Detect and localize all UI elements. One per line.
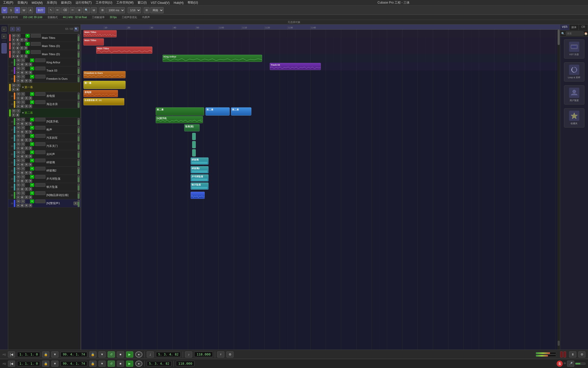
mute-btn[interactable]: M	[16, 59, 20, 62]
folder-arrow[interactable]: ▼	[21, 86, 24, 89]
mute-btn[interactable]: M	[16, 92, 20, 96]
record-btn[interactable]: R	[30, 151, 34, 154]
insert-btn[interactable]: ◐	[20, 179, 24, 183]
solo-btn[interactable]: S	[8, 7, 14, 13]
ch-btn[interactable]: ⊕	[24, 63, 28, 66]
ch-btn[interactable]: ⊕	[24, 163, 28, 166]
ch-btn[interactable]: ⊕	[24, 79, 28, 83]
clip-folder2-3[interactable]: 第二幕	[231, 107, 251, 116]
send-btn[interactable]: ⊞	[29, 96, 32, 100]
volume-fader[interactable]	[78, 200, 80, 207]
bottom-cycle[interactable]: ↺	[108, 361, 115, 367]
clip-broken-glass2[interactable]: 碎玻璃2	[191, 166, 209, 173]
scrollbar-thumb-2[interactable]	[558, 341, 560, 346]
clip-small-2[interactable]	[192, 141, 196, 148]
mute-btn[interactable]: M	[16, 200, 20, 203]
lock-btn2[interactable]: 🔒	[89, 351, 96, 358]
snap-select[interactable]: 1000 ms	[106, 7, 125, 13]
mute-btn[interactable]: M	[16, 134, 20, 138]
solo-btn[interactable]: S	[21, 134, 25, 138]
menu-item-project[interactable]: 工程(P)	[1, 0, 15, 5]
solo-btn[interactable]: S	[21, 191, 25, 195]
bottom-stop[interactable]: ■	[117, 361, 124, 367]
volume-fader[interactable]	[78, 126, 80, 133]
ch-btn[interactable]: ⊕	[24, 96, 28, 100]
mute-btn[interactable]: M	[16, 159, 20, 162]
send-btn[interactable]: ⊞	[24, 54, 28, 58]
clip-king-arthur[interactable]: King Arthur	[163, 55, 262, 62]
mute-btn[interactable]: M	[16, 151, 20, 154]
mute-btn[interactable]: M	[16, 183, 20, 187]
insert-btn[interactable]: ◐	[16, 38, 19, 42]
sync-btn[interactable]: ♪	[185, 351, 192, 358]
eq-btn[interactable]: ●	[16, 171, 20, 175]
down-btn[interactable]: ▼	[51, 351, 58, 358]
send-btn[interactable]: ⊞	[29, 171, 32, 175]
eq-btn[interactable]: ●	[16, 146, 20, 150]
timeline-ruler[interactable]: 10 20 30 40 50 1:00 1:10 1:20 1:30 1:40	[81, 25, 560, 30]
folder-arrow[interactable]: ▼	[21, 111, 24, 114]
eq-btn[interactable]: ●	[16, 204, 20, 207]
clip-rolling[interactable]	[191, 192, 205, 199]
menu-item-vst-cloud[interactable]: VST Cloud(V)	[149, 1, 172, 5]
volume-fader[interactable]	[78, 167, 80, 174]
insert-btn[interactable]: ◐	[16, 54, 19, 58]
insert-btn[interactable]: ◐	[20, 122, 24, 125]
mute-btn[interactable]: M	[12, 42, 16, 46]
bottom-pos2[interactable]: 99. 4. 1. 74	[60, 361, 87, 366]
touch-mode-btn[interactable]: 触控	[36, 7, 45, 13]
pointer-tool[interactable]: ↖	[48, 7, 54, 13]
tune-btn[interactable]: ♯	[217, 351, 224, 358]
eq-btn[interactable]: ●	[16, 79, 20, 83]
volume-fader[interactable]	[78, 34, 80, 41]
bottom-play[interactable]: ▶	[126, 361, 133, 367]
write-btn[interactable]: W	[21, 7, 27, 13]
erase-tool[interactable]: ⌫	[61, 7, 69, 13]
left-panel-btn1[interactable]: +	[2, 27, 7, 32]
ch-btn[interactable]: ⊕	[24, 179, 28, 183]
add-track-btn[interactable]: +	[10, 27, 15, 31]
record-btn[interactable]: R	[30, 183, 34, 187]
solo-btn[interactable]: S	[21, 67, 25, 70]
bottom-mic[interactable]: 🎤	[567, 361, 574, 367]
solo-btn[interactable]: S	[21, 126, 25, 130]
split-tool[interactable]: ✂	[70, 7, 76, 13]
eq-btn[interactable]: ●	[16, 105, 20, 108]
record-btn[interactable]: R	[30, 142, 34, 146]
grid-btn[interactable]: ⊞	[144, 7, 150, 13]
record-btn[interactable]: ●	[135, 351, 142, 358]
search-track-btn[interactable]: 🔍	[74, 27, 79, 31]
send-btn[interactable]: ⊞	[29, 155, 32, 158]
read-btn[interactable]: R	[15, 7, 20, 13]
record-btn[interactable]: R	[30, 191, 34, 195]
send-btn[interactable]: ⊞	[29, 130, 32, 134]
solo-btn[interactable]: S	[16, 42, 20, 46]
record-btn[interactable]: R	[26, 34, 30, 38]
eq-btn[interactable]: ●	[16, 187, 20, 191]
send-btn[interactable]: ⊞	[29, 138, 32, 142]
scrollbar-thumb[interactable]	[558, 30, 560, 45]
ch-btn[interactable]: ⊕	[20, 46, 23, 50]
solo-btn[interactable]: S	[21, 183, 25, 187]
clip-main-titles-3[interactable]: Main Titles	[96, 47, 152, 54]
bottom-end[interactable]: 5. 3. 4. 82	[147, 361, 172, 366]
solo-btn[interactable]: S	[21, 142, 25, 146]
solo-btn[interactable]: S	[16, 34, 20, 38]
send-btn[interactable]: ⊞	[29, 105, 32, 108]
mute-btn[interactable]: M	[16, 175, 20, 179]
clip-helicopter[interactable]: [N]直升机 →	[156, 116, 203, 123]
ch-btn[interactable]: ⊕	[24, 130, 28, 134]
clip-pingpong[interactable]: 乒乓球坠落	[191, 174, 209, 181]
eq-btn[interactable]: ●	[12, 38, 15, 42]
position-display[interactable]: 1. 1. 1. 0	[17, 352, 40, 357]
insert-btn[interactable]: ◐	[20, 187, 24, 191]
insert-btn[interactable]: ◐	[20, 138, 24, 142]
rpanel-loop-btn[interactable]: Loop & 采样	[564, 62, 584, 82]
insert-btn[interactable]: ◐	[20, 96, 24, 100]
volume-fader[interactable]	[78, 101, 80, 108]
insert-btn[interactable]: ◐	[20, 71, 24, 74]
volume-fader[interactable]	[78, 143, 80, 150]
clip-folder2-2[interactable]: 第二幕	[205, 107, 230, 116]
menu-item-midi[interactable]: MIDI(M)	[30, 1, 45, 5]
record-btn[interactable]: R	[30, 92, 34, 96]
